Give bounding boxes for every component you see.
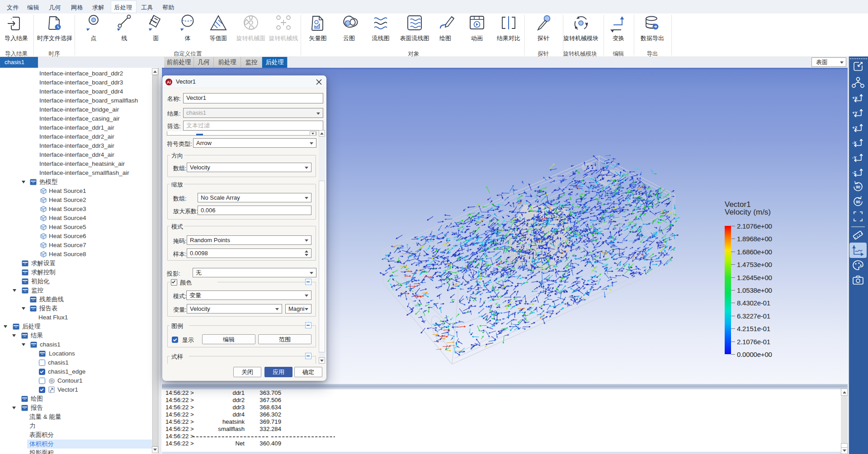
svg-text:旋转机械模块: 旋转机械模块 [563, 35, 599, 42]
svg-text:-Y: -Y [852, 155, 857, 160]
svg-text:+X: +X [852, 95, 858, 100]
svg-text:90: 90 [856, 185, 860, 189]
svg-text:点: 点 [91, 35, 97, 42]
svg-text:体: 体 [185, 35, 191, 42]
svg-text:-Z: -Z [852, 170, 856, 175]
svg-text:探针: 探针 [538, 51, 549, 57]
svg-text:时序文件选择: 时序文件选择 [37, 35, 72, 42]
svg-text:矢量图: 矢量图 [309, 35, 327, 42]
svg-text:自定义位置: 自定义位置 [174, 51, 202, 57]
svg-text:Ai: Ai [167, 80, 171, 84]
svg-text:+Y: +Y [852, 110, 858, 115]
svg-text:云图: 云图 [343, 35, 355, 42]
svg-text:导出: 导出 [647, 51, 658, 57]
svg-text:动画: 动画 [471, 35, 483, 42]
svg-text:时序: 时序 [49, 51, 60, 57]
svg-text:编辑: 编辑 [613, 51, 624, 57]
svg-text:线: 线 [122, 35, 127, 42]
svg-text:旋转机械模块: 旋转机械模块 [563, 51, 597, 57]
svg-text:面: 面 [153, 35, 159, 42]
svg-text:绘图: 绘图 [439, 35, 451, 42]
svg-text:探针: 探针 [537, 35, 549, 42]
svg-text:数据导出: 数据导出 [640, 35, 664, 42]
svg-text:结果对比: 结果对比 [497, 35, 520, 42]
svg-text:旋转机械面: 旋转机械面 [236, 35, 266, 42]
svg-text:导入结果: 导入结果 [5, 51, 28, 57]
svg-text:-X: -X [852, 140, 857, 145]
svg-text:旋转机械线: 旋转机械线 [269, 35, 298, 42]
svg-text:对象: 对象 [408, 51, 420, 57]
svg-text:变换: 变换 [613, 35, 624, 42]
svg-text:导入结果: 导入结果 [5, 35, 28, 42]
svg-text:+Z: +Z [852, 125, 858, 130]
svg-text:90: 90 [856, 200, 860, 204]
svg-text:流线图: 流线图 [372, 35, 390, 42]
svg-text:表面流线图: 表面流线图 [400, 35, 429, 42]
svg-text:等值面: 等值面 [210, 35, 227, 42]
